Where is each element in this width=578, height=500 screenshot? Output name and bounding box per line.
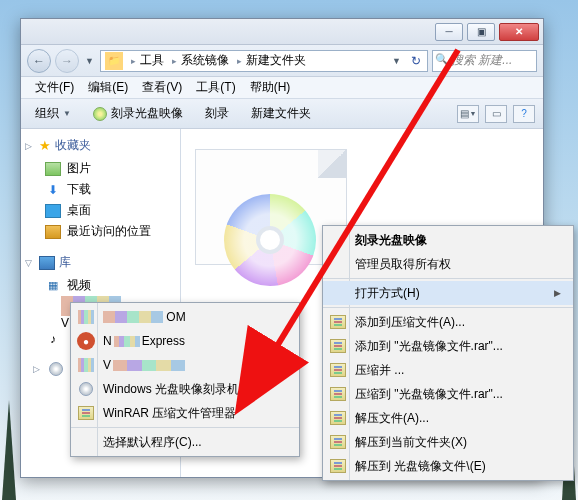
organize-button[interactable]: 组织▼ [29, 102, 77, 125]
menubar: 文件(F) 编辑(E) 查看(V) 工具(T) 帮助(H) [21, 77, 543, 99]
sidebar-downloads[interactable]: ⬇下载 [25, 179, 176, 200]
winrar-icon [78, 406, 94, 420]
sidebar-pictures[interactable]: 图片 [25, 158, 176, 179]
maximize-button[interactable]: ▣ [467, 23, 495, 41]
sidebar-desktop[interactable]: 桌面 [25, 200, 176, 221]
sidebar-video[interactable]: ▦视频 [25, 275, 176, 296]
toolbar: 组织▼ 刻录光盘映像 刻录 新建文件夹 ▤▼ ▭ ? [21, 99, 543, 129]
openwith-app3[interactable]: V [71, 353, 299, 377]
titlebar: ─ ▣ ✕ [21, 19, 543, 45]
winrar-icon [330, 315, 346, 329]
nero-icon: ● [77, 332, 95, 350]
openwith-app1[interactable]: OM [71, 305, 299, 329]
menu-file[interactable]: 文件(F) [29, 77, 80, 98]
menu-edit[interactable]: 编辑(E) [82, 77, 134, 98]
pixelated-text [103, 311, 163, 323]
ctx-burn-image[interactable]: 刻录光盘映像 [323, 228, 573, 252]
sidebar-recent[interactable]: 最近访问的位置 [25, 221, 176, 242]
video-icon: ▦ [45, 279, 61, 293]
menu-help[interactable]: 帮助(H) [244, 77, 297, 98]
preview-pane-button[interactable]: ▭ [485, 105, 507, 123]
desktop-icon [45, 204, 61, 218]
burner-icon [77, 380, 95, 398]
winrar-icon [330, 435, 346, 449]
new-folder-button[interactable]: 新建文件夹 [245, 102, 317, 125]
breadcrumb-bar[interactable]: 📁 ▸工具 ▸系统镜像 ▸新建文件夹 ▼ ↻ [100, 50, 428, 72]
ctx-compress-and[interactable]: 压缩并 ... [323, 358, 573, 382]
sidebar-library[interactable]: ▽ 库 [25, 252, 176, 275]
pixelated-icon [78, 358, 94, 372]
ctx-extract[interactable]: 解压文件(A)... [323, 406, 573, 430]
star-icon: ★ [39, 138, 51, 153]
ctx-add-to-archive[interactable]: 添加到压缩文件(A)... [323, 310, 573, 334]
ctx-add-to-rar[interactable]: 添加到 "光盘镜像文件.rar"... [323, 334, 573, 358]
menu-tools[interactable]: 工具(T) [190, 77, 241, 98]
context-submenu-open-with: OM ●NExpress V Windows 光盘映像刻录机 WinRAR 压缩… [70, 302, 300, 457]
disc-drive-icon [49, 362, 63, 376]
folder-icon: 📁 [105, 52, 123, 70]
burn-image-button[interactable]: 刻录光盘映像 [87, 102, 189, 125]
sidebar-favorites[interactable]: ▷★ 收藏夹 [25, 135, 176, 158]
openwith-choose-default[interactable]: 选择默认程序(C)... [71, 430, 299, 454]
view-mode-button[interactable]: ▤▼ [457, 105, 479, 123]
context-menu-main: 刻录光盘映像 管理员取得所有权 打开方式(H)▶ 添加到压缩文件(A)... 添… [322, 225, 574, 481]
breadcrumb-tools[interactable]: 工具 [140, 52, 164, 69]
menu-view[interactable]: 查看(V) [136, 77, 188, 98]
pixelated-text [113, 360, 185, 371]
minimize-button[interactable]: ─ [435, 23, 463, 41]
winrar-icon [330, 363, 346, 377]
music-icon: ♪ [45, 332, 61, 346]
openwith-windows-burner[interactable]: Windows 光盘映像刻录机 [71, 377, 299, 401]
forward-button[interactable]: → [55, 49, 79, 73]
breadcrumb-new-folder[interactable]: 新建文件夹 [246, 52, 306, 69]
ctx-compress-to-rar[interactable]: 压缩到 "光盘镜像文件.rar"... [323, 382, 573, 406]
pixelated-text [114, 336, 140, 347]
recent-icon [45, 225, 61, 239]
ctx-extract-to[interactable]: 解压到 光盘镜像文件\(E) [323, 454, 573, 478]
back-button[interactable]: ← [27, 49, 51, 73]
ctx-extract-here[interactable]: 解压到当前文件夹(X) [323, 430, 573, 454]
winrar-icon [330, 411, 346, 425]
openwith-winrar[interactable]: WinRAR 压缩文件管理器 [71, 401, 299, 425]
ctx-admin-ownership[interactable]: 管理员取得所有权 [323, 252, 573, 276]
openwith-nero[interactable]: ●NExpress [71, 329, 299, 353]
pictures-icon [45, 162, 61, 176]
history-dropdown-icon[interactable]: ▼ [83, 56, 96, 66]
winrar-icon [330, 387, 346, 401]
breadcrumb-dropdown-icon[interactable]: ▼ [392, 56, 405, 66]
breadcrumb-system-image[interactable]: 系统镜像 [181, 52, 229, 69]
close-button[interactable]: ✕ [499, 23, 539, 41]
help-button[interactable]: ? [513, 105, 535, 123]
winrar-icon [330, 459, 346, 473]
search-input[interactable]: 搜索 新建... [432, 50, 537, 72]
library-icon [39, 256, 55, 270]
refresh-button[interactable]: ↻ [405, 54, 427, 68]
ctx-open-with[interactable]: 打开方式(H)▶ [323, 281, 573, 305]
navbar: ← → ▼ 📁 ▸工具 ▸系统镜像 ▸新建文件夹 ▼ ↻ 搜索 新建... [21, 45, 543, 77]
pixelated-icon [78, 310, 94, 324]
disc-icon [93, 107, 107, 121]
burn-button[interactable]: 刻录 [199, 102, 235, 125]
download-icon: ⬇ [45, 183, 61, 197]
winrar-icon [330, 339, 346, 353]
